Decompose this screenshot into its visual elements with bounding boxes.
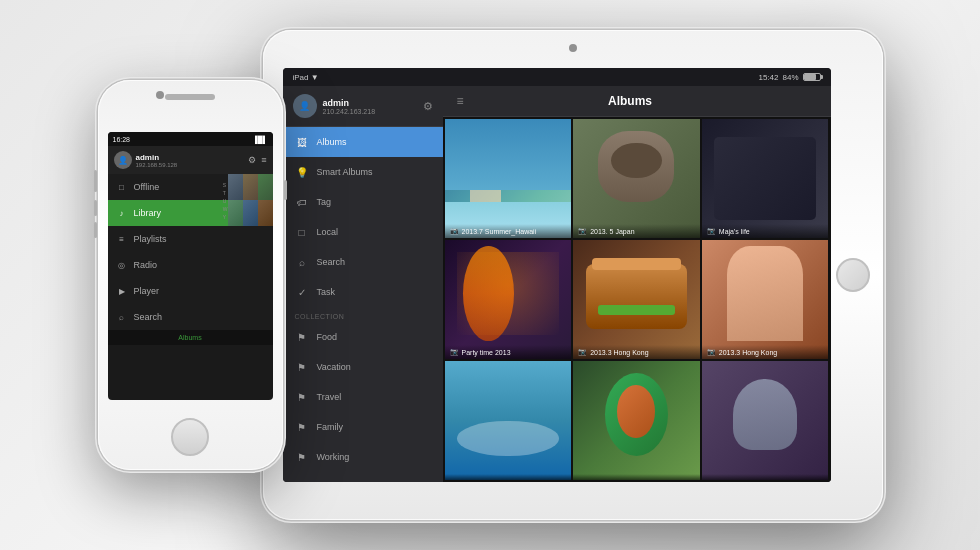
- ipad-nav-working[interactable]: ⚑ Working: [283, 442, 443, 472]
- photo-japan-text: 2013. 5 Japan: [590, 228, 634, 235]
- photo-hawaii-text: 2013.7 Summer_Hawaii: [462, 228, 537, 235]
- ipad-nav-local[interactable]: □ Local: [283, 217, 443, 247]
- ipad-nav-tag[interactable]: 🏷 Tag: [283, 187, 443, 217]
- photo-hk1-text: 2013.3 Hong Kong: [590, 349, 648, 356]
- ipad-collection-label: Collection: [283, 307, 443, 322]
- ipad-nav-travel[interactable]: ⚑ Travel: [283, 382, 443, 412]
- vacation-icon: ⚑: [295, 360, 309, 374]
- photo-flower-label: [573, 474, 700, 480]
- ipad-nav-family[interactable]: ⚑ Family: [283, 412, 443, 442]
- photo-hk2-text: 2013.3 Hong Kong: [719, 349, 777, 356]
- ipad-sidebar: 👤 admin 210.242.163.218 ⚙ 🖼 Albums 💡: [283, 86, 443, 482]
- photo-hk1-label: 📷 2013.3 Hong Kong: [573, 345, 700, 359]
- ipad-nav-albums[interactable]: 🖼 Albums: [283, 127, 443, 157]
- iphone-time: 16:28: [113, 136, 131, 143]
- ipad-home-button[interactable]: [836, 258, 870, 292]
- ipad-nav-2012[interactable]: ⚑ 2012: [283, 472, 443, 482]
- iphone-header: 👤 admin 192.168.59.128 ⚙ ≡: [108, 146, 273, 174]
- photo-hawaii-camera-icon: 📷: [450, 227, 459, 235]
- ipad-nav-food[interactable]: ⚑ Food: [283, 322, 443, 352]
- thumb1: [228, 174, 243, 200]
- iphone-battery: ▐█▌: [253, 136, 268, 143]
- photo-japan[interactable]: 📷 2013. 5 Japan: [573, 119, 700, 238]
- ipad-nav-search-label: Search: [317, 257, 346, 267]
- iphone-bottom-tab: Albums: [108, 330, 273, 345]
- photo-pool-label: [445, 474, 572, 480]
- iphone-sidebar: □ Offline ♪ Library: [108, 174, 273, 330]
- ipad-nav-food-label: Food: [317, 332, 338, 342]
- ipad-main-title: Albums: [608, 94, 652, 108]
- food-icon: ⚑: [295, 330, 309, 344]
- ipad-sidebar-avatar: 👤: [293, 94, 317, 118]
- photo-party-label: 📷 Party time 2013: [445, 345, 572, 359]
- ipad-nav-family-label: Family: [317, 422, 344, 432]
- iphone-nav-player[interactable]: ▶ Player: [108, 278, 273, 304]
- iphone-avatar: 👤: [114, 151, 132, 169]
- ipad-main-header: ≡ Albums: [443, 86, 831, 117]
- ipad-search-icon: ⌕: [295, 255, 309, 269]
- ipad-sidebar-gear-icon[interactable]: ⚙: [423, 100, 433, 113]
- iphone-speaker: [165, 94, 215, 100]
- iphone-thumb-strip-library: [228, 200, 273, 226]
- iphone-menu-icon[interactable]: ≡: [261, 155, 266, 165]
- ipad-screen: iPad ▼ 15:42 84% 👤 admin 210.: [283, 68, 831, 482]
- ipad-nav-search[interactable]: ⌕ Search: [283, 247, 443, 277]
- ipad-battery: [803, 73, 821, 81]
- player-icon: ▶: [116, 285, 128, 297]
- ipad-label: iPad ▼: [293, 73, 319, 82]
- iphone-nav-search[interactable]: ⌕ Search: [108, 304, 273, 330]
- ipad-sidebar-userip: 210.242.163.218: [323, 108, 376, 115]
- thumb5: [243, 200, 258, 226]
- photo-portrait[interactable]: [702, 361, 829, 480]
- thumb2: [243, 174, 258, 200]
- offline-icon: □: [116, 181, 128, 193]
- photo-party-text: Party time 2013: [462, 349, 511, 356]
- iphone-user-info: 👤 admin 192.168.59.128: [114, 151, 178, 169]
- thumb4: [228, 200, 243, 226]
- ipad-nav-task[interactable]: ✓ Task: [283, 277, 443, 307]
- tag-icon: 🏷: [295, 195, 309, 209]
- ipad-nav-albums-label: Albums: [317, 137, 347, 147]
- iphone-nav-radio[interactable]: ◎ Radio: [108, 252, 273, 278]
- photo-flower[interactable]: [573, 361, 700, 480]
- ipad-status-left: iPad ▼: [293, 73, 319, 82]
- ipad-sidebar-user-info: admin 210.242.163.218: [323, 98, 376, 115]
- iphone-home-button[interactable]: [171, 418, 209, 456]
- photo-pool[interactable]: [445, 361, 572, 480]
- iphone-nav-library[interactable]: ♪ Library: [108, 200, 273, 226]
- ipad-nav-working-label: Working: [317, 452, 350, 462]
- iphone-nav-playlists-label: Playlists: [134, 234, 167, 244]
- iphone-user-details: admin 192.168.59.128: [136, 153, 178, 168]
- family-icon: ⚑: [295, 420, 309, 434]
- ipad-sidebar-user: 👤 admin 210.242.163.218: [293, 94, 376, 118]
- ipad-main-menu-icon[interactable]: ≡: [457, 94, 464, 108]
- ipad-nav-vacation[interactable]: ⚑ Vacation: [283, 352, 443, 382]
- iphone-nav-playlists[interactable]: ≡ Playlists: [108, 226, 273, 252]
- ipad-device: iPad ▼ 15:42 84% 👤 admin 210.: [263, 30, 883, 520]
- ipad-nav-local-label: Local: [317, 227, 339, 237]
- ipad-nav-smart-albums[interactable]: 💡 Smart Albums: [283, 157, 443, 187]
- smart-albums-icon: 💡: [295, 165, 309, 179]
- ipad-nav-tag-label: Tag: [317, 197, 332, 207]
- photo-hk1[interactable]: 📷 2013.3 Hong Kong: [573, 240, 700, 359]
- ipad-sidebar-header: 👤 admin 210.242.163.218 ⚙: [283, 86, 443, 127]
- photo-party[interactable]: 📷 Party time 2013: [445, 240, 572, 359]
- ipad-statusbar: iPad ▼ 15:42 84%: [283, 68, 831, 86]
- iphone-vol-down2: [94, 222, 97, 238]
- ipad-camera: [569, 44, 577, 52]
- iphone-nav-offline[interactable]: □ Offline: [108, 174, 273, 200]
- iphone-nav-search-label: Search: [134, 312, 163, 322]
- search-icon: ⌕: [116, 311, 128, 323]
- photo-japan-camera-icon: 📷: [578, 227, 587, 235]
- photo-maja-camera-icon: 📷: [707, 227, 716, 235]
- ipad-time: 15:42: [758, 73, 778, 82]
- photo-maja[interactable]: 📷 Maja's life: [702, 119, 829, 238]
- photo-hawaii[interactable]: 📷 2013.7 Summer_Hawaii: [445, 119, 572, 238]
- iphone-gear-icon[interactable]: ⚙: [248, 155, 256, 165]
- photo-hk2[interactable]: 📷 2013.3 Hong Kong: [702, 240, 829, 359]
- ipad-nav-travel-label: Travel: [317, 392, 342, 402]
- iphone-power-button: [284, 180, 287, 200]
- photo-maja-text: Maja's life: [719, 228, 750, 235]
- photo-hawaii-label: 📷 2013.7 Summer_Hawaii: [445, 224, 572, 238]
- library-icon: ♪: [116, 207, 128, 219]
